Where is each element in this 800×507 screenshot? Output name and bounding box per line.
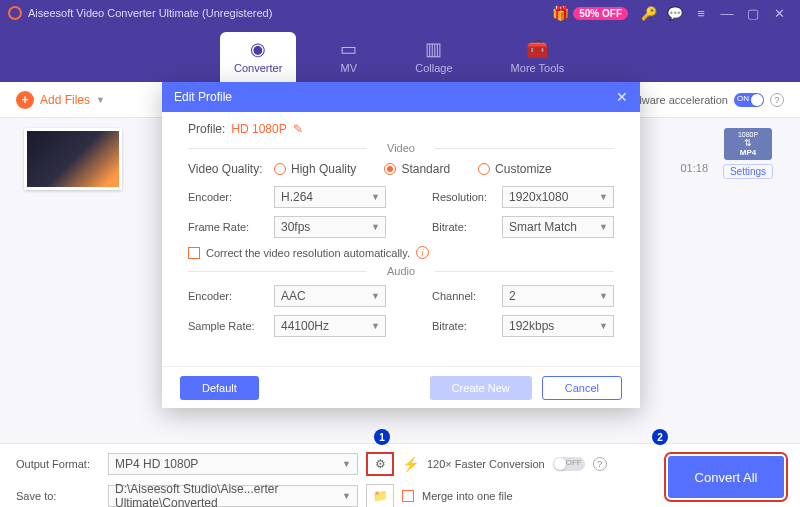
help-icon[interactable]: ?: [593, 457, 607, 471]
arrows-icon: ⇅: [744, 138, 752, 148]
settings-link[interactable]: Settings: [723, 164, 773, 179]
channel-select[interactable]: 2▼: [502, 285, 614, 307]
samplerate-label: Sample Rate:: [188, 320, 274, 332]
main-tabs: ◉ Converter ▭ MV ▥ Collage 🧰 More Tools: [0, 26, 800, 82]
audio-bitrate-select[interactable]: 192kbps▼: [502, 315, 614, 337]
tab-collage[interactable]: ▥ Collage: [401, 32, 466, 82]
app-logo-icon: [8, 6, 22, 20]
edit-profile-dialog: Edit Profile ✕ Profile: HD 1080P ✎ Video…: [162, 82, 640, 408]
dialog-title: Edit Profile: [174, 90, 232, 104]
channel-label: Channel:: [432, 290, 502, 302]
info-icon[interactable]: i: [416, 246, 429, 259]
close-icon[interactable]: ✕: [616, 89, 628, 105]
duration-label: 01:18: [680, 162, 708, 174]
radio-customize[interactable]: Customize: [478, 162, 552, 176]
dialog-header: Edit Profile ✕: [162, 82, 640, 112]
save-to-label: Save to:: [16, 490, 100, 502]
callout-marker-2: 2: [652, 429, 668, 445]
video-encoder-select[interactable]: H.264▼: [274, 186, 386, 208]
help-icon[interactable]: ?: [770, 93, 784, 107]
output-format-select[interactable]: MP4 HD 1080P▼: [108, 453, 358, 475]
hw-accel-toggle[interactable]: [734, 93, 764, 107]
merge-checkbox[interactable]: [402, 490, 414, 502]
promo-badge[interactable]: 🎁 50% OFF: [552, 5, 628, 21]
bolt-icon: ⚡: [402, 456, 419, 472]
video-section-title: Video: [188, 142, 614, 154]
tab-converter[interactable]: ◉ Converter: [220, 32, 296, 82]
format-resolution: 1080P: [738, 131, 758, 138]
tab-mv[interactable]: ▭ MV: [326, 32, 371, 82]
add-files-label: Add Files: [40, 93, 90, 107]
profile-settings-button[interactable]: ⚙: [366, 452, 394, 476]
key-icon[interactable]: 🔑: [640, 4, 658, 22]
faster-toggle[interactable]: [553, 457, 585, 471]
radio-standard[interactable]: Standard: [384, 162, 450, 176]
mv-icon: ▭: [340, 38, 357, 60]
create-new-button[interactable]: Create New: [430, 376, 532, 400]
close-window-icon[interactable]: ✕: [770, 4, 788, 22]
auto-correct-checkbox[interactable]: [188, 247, 200, 259]
profile-label: Profile:: [188, 122, 225, 136]
tab-label: MV: [341, 62, 358, 74]
minimize-icon[interactable]: —: [718, 4, 736, 22]
edit-icon[interactable]: ✎: [293, 122, 303, 136]
audio-section-title: Audio: [188, 265, 614, 277]
default-button[interactable]: Default: [180, 376, 259, 400]
bottom-bar: Output Format: MP4 HD 1080P▼ ⚙ ⚡ 120× Fa…: [0, 443, 800, 507]
tab-more-tools[interactable]: 🧰 More Tools: [497, 32, 579, 82]
plus-icon: +: [16, 91, 34, 109]
framerate-select[interactable]: 30fps▼: [274, 216, 386, 238]
audio-encoder-select[interactable]: AAC▼: [274, 285, 386, 307]
radio-high-quality[interactable]: High Quality: [274, 162, 356, 176]
save-to-select[interactable]: D:\Aiseesoft Studio\Aise...erter Ultimat…: [108, 485, 358, 507]
faster-label: 120× Faster Conversion: [427, 458, 545, 470]
samplerate-select[interactable]: 44100Hz▼: [274, 315, 386, 337]
converter-icon: ◉: [250, 38, 266, 60]
output-format-label: Output Format:: [16, 458, 100, 470]
auto-correct-label: Correct the video resolution automatical…: [206, 247, 410, 259]
tab-label: Converter: [234, 62, 282, 74]
format-badge[interactable]: 1080P ⇅ MP4: [724, 128, 772, 160]
maximize-icon[interactable]: ▢: [744, 4, 762, 22]
convert-all-button[interactable]: Convert All: [668, 456, 784, 498]
hw-accel-label: rdware acceleration: [632, 94, 728, 106]
video-quality-label: Video Quality:: [188, 162, 274, 176]
resolution-label: Resolution:: [432, 191, 502, 203]
video-bitrate-label: Bitrate:: [432, 221, 502, 233]
audio-bitrate-label: Bitrate:: [432, 320, 502, 332]
gift-icon: 🎁: [552, 5, 569, 21]
titlebar: Aiseesoft Video Converter Ultimate (Unre…: [0, 0, 800, 26]
discount-label: 50% OFF: [573, 7, 628, 20]
video-bitrate-select[interactable]: Smart Match▼: [502, 216, 614, 238]
folder-icon: 📁: [373, 489, 388, 503]
gear-icon: ⚙: [375, 457, 386, 471]
collage-icon: ▥: [425, 38, 442, 60]
feedback-icon[interactable]: 💬: [666, 4, 684, 22]
cancel-button[interactable]: Cancel: [542, 376, 622, 400]
tab-label: More Tools: [511, 62, 565, 74]
profile-value: HD 1080P: [231, 122, 286, 136]
app-title: Aiseesoft Video Converter Ultimate (Unre…: [28, 7, 552, 19]
audio-encoder-label: Encoder:: [188, 290, 274, 302]
tools-icon: 🧰: [526, 38, 548, 60]
add-files-button[interactable]: + Add Files ▼: [16, 91, 105, 109]
open-folder-button[interactable]: 📁: [366, 484, 394, 507]
video-thumbnail[interactable]: [24, 128, 122, 190]
format-ext: MP4: [740, 148, 756, 157]
framerate-label: Frame Rate:: [188, 221, 274, 233]
chevron-down-icon: ▼: [96, 95, 105, 105]
merge-label: Merge into one file: [422, 490, 513, 502]
callout-marker-1: 1: [374, 429, 390, 445]
resolution-select[interactable]: 1920x1080▼: [502, 186, 614, 208]
menu-icon[interactable]: ≡: [692, 4, 710, 22]
tab-label: Collage: [415, 62, 452, 74]
video-encoder-label: Encoder:: [188, 191, 274, 203]
